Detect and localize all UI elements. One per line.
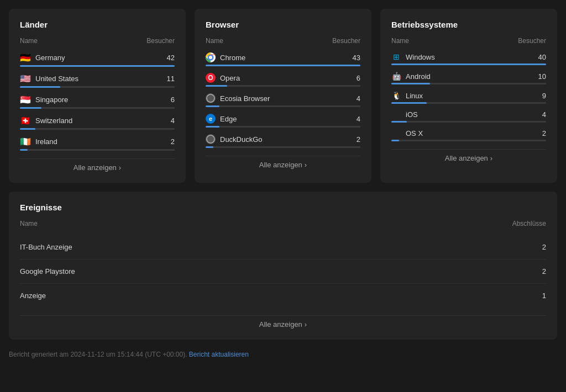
os-value: 2 xyxy=(542,129,546,137)
event-row: IT-Buch Anzeige 2 xyxy=(20,235,546,259)
browsers-card: Browser Name Besucher Chrome 43 O Opera … xyxy=(195,9,371,183)
list-item: Chrome 43 xyxy=(206,52,360,66)
os-name: 🤖 Android xyxy=(391,72,431,81)
countries-col-header: Name Besucher xyxy=(20,37,175,47)
progress-bar-bg xyxy=(391,63,546,65)
os-icon: 🐧 xyxy=(391,91,401,100)
browser-value: 43 xyxy=(353,54,360,62)
progress-bar-fill xyxy=(206,85,227,87)
progress-bar-fill xyxy=(391,140,399,141)
progress-bar-bg xyxy=(20,65,175,67)
progress-bar-bg xyxy=(391,140,546,141)
browser-value: 6 xyxy=(357,74,360,82)
browser-name: Ecosia Browser xyxy=(206,93,270,103)
events-card: Ereignisse Name Abschlüsse IT-Buch Anzei… xyxy=(9,192,557,340)
country-value: 6 xyxy=(171,96,175,104)
progress-bar-bg xyxy=(206,105,360,107)
event-name: Google Playstore xyxy=(20,267,75,276)
countries-show-all[interactable]: Alle anzeigen › xyxy=(20,158,175,172)
list-item: DuckDuckGo 2 xyxy=(206,134,360,148)
events-show-all[interactable]: Alle anzeigen › xyxy=(20,315,546,329)
browser-icon: O xyxy=(206,73,216,83)
footer-text: Bericht generiert am 2024-11-12 um 15:14… xyxy=(9,351,187,358)
progress-bar-bg xyxy=(206,146,360,148)
events-title: Ereignisse xyxy=(20,203,546,212)
os-title: Betriebssysteme xyxy=(391,20,546,29)
browsers-col-visitors: Besucher xyxy=(332,37,360,45)
os-value: 10 xyxy=(538,72,546,81)
events-list: IT-Buch Anzeige 2 Google Playstore 2 Anz… xyxy=(20,235,546,308)
browser-name: DuckDuckGo xyxy=(206,134,263,144)
os-col-name: Name xyxy=(391,37,409,45)
country-name: 🇸🇬 Singapore xyxy=(20,94,68,105)
os-name: ⊞ Windows xyxy=(391,52,435,61)
flag-icon: 🇸🇬 xyxy=(20,94,31,105)
browser-icon xyxy=(206,134,216,144)
browsers-col-header: Name Besucher xyxy=(206,37,360,47)
browser-icon xyxy=(206,52,216,62)
list-item: 🐧 Linux 9 xyxy=(391,91,546,104)
progress-bar-bg xyxy=(20,149,175,151)
os-value: 9 xyxy=(542,92,546,100)
progress-bar-fill xyxy=(20,65,175,67)
country-value: 42 xyxy=(167,54,175,62)
country-name: 🇺🇸 United States xyxy=(20,73,78,84)
country-value: 4 xyxy=(171,116,175,125)
svg-point-2 xyxy=(209,56,212,59)
progress-bar-bg xyxy=(206,65,360,66)
browsers-title: Browser xyxy=(206,20,360,29)
browser-name: e Edge xyxy=(206,114,237,124)
os-name: OS X xyxy=(391,129,423,137)
list-item: ⊞ Windows 40 xyxy=(391,52,546,65)
countries-col-name: Name xyxy=(20,37,38,45)
events-col-completions: Abschlüsse xyxy=(512,220,546,227)
progress-bar-bg xyxy=(391,83,546,84)
os-card: Betriebssysteme Name Besucher ⊞ Windows … xyxy=(380,9,557,183)
event-name: Anzeige xyxy=(20,292,46,300)
footer-link[interactable]: Bericht aktualisieren xyxy=(189,351,249,358)
event-name: IT-Buch Anzeige xyxy=(20,243,72,251)
list-item: 🇺🇸 United States 11 xyxy=(20,73,175,88)
browser-value: 4 xyxy=(357,115,360,123)
browsers-show-all[interactable]: Alle anzeigen › xyxy=(206,156,360,169)
footer: Bericht generiert am 2024-11-12 um 15:14… xyxy=(9,348,557,358)
countries-list: 🇩🇪 Germany 42 🇺🇸 United States 11 🇸🇬 Sin… xyxy=(20,52,175,151)
flag-icon: 🇺🇸 xyxy=(20,73,31,84)
events-col-header: Name Abschlüsse xyxy=(20,220,546,230)
progress-bar-bg xyxy=(206,126,360,128)
progress-bar-fill xyxy=(206,126,219,128)
os-value: 4 xyxy=(542,110,546,119)
os-list: ⊞ Windows 40 🤖 Android 10 🐧 Linux 9 xyxy=(391,52,546,141)
os-name: iOS xyxy=(391,110,418,119)
list-item: 🤖 Android 10 xyxy=(391,72,546,84)
progress-bar-fill xyxy=(391,102,427,104)
progress-bar-fill xyxy=(206,105,219,107)
list-item: iOS 4 xyxy=(391,110,546,123)
country-name: 🇮🇪 Ireland xyxy=(20,136,57,147)
list-item: 🇨🇭 Switzerland 4 xyxy=(20,115,175,130)
event-value: 2 xyxy=(542,267,546,276)
os-show-all[interactable]: Alle anzeigen › xyxy=(391,149,546,162)
event-row: Anzeige 1 xyxy=(20,284,546,308)
progress-bar-bg xyxy=(391,121,546,123)
country-name: 🇩🇪 Germany xyxy=(20,52,65,63)
list-item: 🇮🇪 Ireland 2 xyxy=(20,136,175,151)
os-col-visitors: Besucher xyxy=(518,37,546,45)
os-value: 40 xyxy=(538,53,546,61)
progress-bar-fill xyxy=(391,121,407,123)
progress-bar-bg xyxy=(20,128,175,130)
progress-bar-fill xyxy=(391,63,546,65)
os-icon: 🤖 xyxy=(391,72,401,81)
event-value: 1 xyxy=(542,292,546,300)
browsers-list: Chrome 43 O Opera 6 Ecosia Browser 4 xyxy=(206,52,360,148)
country-value: 11 xyxy=(167,75,175,83)
country-name: 🇨🇭 Switzerland xyxy=(20,115,72,126)
progress-bar-bg xyxy=(391,102,546,104)
browser-name: Chrome xyxy=(206,52,245,62)
country-value: 2 xyxy=(171,137,175,146)
os-icon: ⊞ xyxy=(391,52,401,61)
progress-bar-fill xyxy=(391,83,430,84)
progress-bar-bg xyxy=(20,107,175,109)
events-col-name: Name xyxy=(20,220,38,227)
progress-bar-fill xyxy=(20,86,60,88)
